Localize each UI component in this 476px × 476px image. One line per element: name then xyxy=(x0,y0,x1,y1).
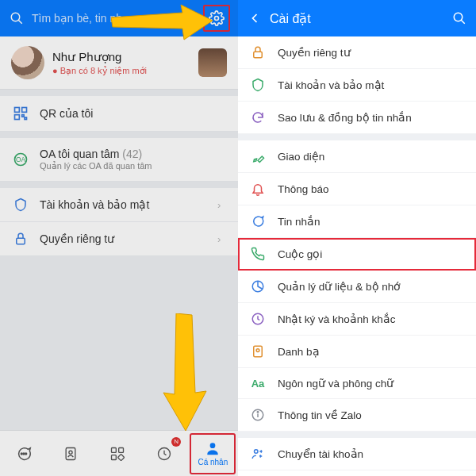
svg-rect-17 xyxy=(119,447,124,452)
nav-messages[interactable] xyxy=(2,434,45,474)
privacy-label: Quyền riêng tư xyxy=(40,232,208,245)
shield-icon xyxy=(11,198,30,212)
back-icon[interactable] xyxy=(246,10,263,27)
svg-rect-16 xyxy=(111,447,116,452)
settings-messages[interactable]: Tin nhắn xyxy=(238,205,476,238)
svg-rect-3 xyxy=(15,108,20,113)
settings-list: Quyền riêng tư Tài khoản và bảo mật Sao … xyxy=(238,36,476,476)
chevron-right-icon: › xyxy=(217,199,227,211)
svg-point-22 xyxy=(454,13,463,21)
profile-name: Như Phượng xyxy=(52,50,190,64)
switch-user-icon xyxy=(249,447,267,461)
phone-icon xyxy=(249,247,267,261)
nav-personal[interactable]: Cá nhân xyxy=(190,433,236,474)
account-security-row[interactable]: Tài khoản và bảo mật › xyxy=(0,182,238,222)
search-icon[interactable] xyxy=(8,10,25,27)
settings-notifications[interactable]: Thông báo xyxy=(238,173,476,205)
bell-icon xyxy=(249,182,267,196)
bottom-nav: N Cá nhân xyxy=(0,430,238,476)
svg-rect-24 xyxy=(254,52,263,58)
svg-point-0 xyxy=(11,13,20,21)
oa-icon: OA xyxy=(11,152,30,167)
nav-contacts[interactable] xyxy=(49,434,92,474)
search-icon[interactable] xyxy=(451,10,468,27)
brush-icon xyxy=(249,149,267,163)
svg-point-11 xyxy=(21,453,22,455)
svg-rect-7 xyxy=(25,117,27,120)
settings-privacy[interactable]: Quyền riêng tư xyxy=(238,36,476,69)
oa-row[interactable]: OA OA tôi quan tâm (42) Quản lý các OA đ… xyxy=(0,132,238,182)
sync-icon xyxy=(249,110,267,125)
settings-diary[interactable]: Nhật ký và khoảnh khắc xyxy=(238,303,476,336)
settings-backup[interactable]: Sao lưu & đồng bộ tin nhắn xyxy=(238,102,476,134)
svg-marker-35 xyxy=(163,313,206,431)
svg-rect-19 xyxy=(117,454,124,460)
settings-logout[interactable]: Đăng xuất xyxy=(238,470,476,476)
settings-switch-account[interactable]: Chuyển tài khoản xyxy=(238,432,476,470)
arrow-to-personal-tab xyxy=(159,313,214,432)
settings-theme[interactable]: Giao diện xyxy=(238,134,476,173)
qr-label: QR của tôi xyxy=(40,107,227,120)
svg-point-21 xyxy=(210,443,216,448)
account-security-label: Tài khoản và bảo mật xyxy=(40,198,208,211)
language-icon: Aa xyxy=(249,378,267,390)
settings-calls-highlight[interactable]: Cuộc gọi xyxy=(238,238,476,271)
chevron-right-icon: › xyxy=(217,233,227,245)
settings-about[interactable]: Thông tin về Zalo xyxy=(238,399,476,432)
svg-point-12 xyxy=(23,453,25,455)
svg-rect-4 xyxy=(22,108,27,113)
nav-personal-label: Cá nhân xyxy=(198,458,228,466)
svg-line-1 xyxy=(18,20,22,24)
svg-rect-18 xyxy=(111,455,116,459)
settings-title: Cài đặt xyxy=(270,11,451,26)
lock-icon xyxy=(249,45,267,60)
settings-contacts[interactable]: Danh bạ xyxy=(238,336,476,368)
nav-timeline[interactable]: N xyxy=(143,434,186,474)
svg-point-31 xyxy=(257,412,259,413)
settings-storage[interactable]: Quản lý dữ liệu & bộ nhớ xyxy=(238,271,476,303)
pie-icon xyxy=(249,279,267,294)
chat-icon xyxy=(249,214,267,228)
qr-icon xyxy=(11,106,30,121)
avatar xyxy=(11,46,44,79)
nav-explore[interactable] xyxy=(96,434,139,474)
right-header: Cài đặt xyxy=(238,0,476,36)
oa-label: OA tôi quan tâm (42) Quản lý các OA đã q… xyxy=(40,148,227,171)
settings-account-security[interactable]: Tài khoản và bảo mật xyxy=(238,69,476,102)
shield-icon xyxy=(249,78,267,92)
svg-point-2 xyxy=(215,17,219,21)
settings-language[interactable]: Aa Ngôn ngữ và phông chữ xyxy=(238,368,476,399)
profile-subtitle: Bạn có 8 kỷ niệm mới xyxy=(52,66,190,76)
arrow-to-gear xyxy=(111,3,214,43)
svg-point-13 xyxy=(25,453,26,455)
lock-icon xyxy=(11,232,30,246)
svg-rect-10 xyxy=(17,238,25,244)
svg-text:OA: OA xyxy=(16,155,25,163)
settings-screen: Cài đặt Quyền riêng tư Tài khoản và bảo … xyxy=(238,0,476,476)
svg-marker-34 xyxy=(111,5,213,40)
svg-line-23 xyxy=(461,20,465,24)
svg-rect-6 xyxy=(22,115,25,117)
clock-icon xyxy=(249,312,267,326)
qr-row[interactable]: QR của tôi xyxy=(0,90,238,132)
svg-point-15 xyxy=(69,451,72,454)
info-icon xyxy=(249,408,267,422)
svg-point-28 xyxy=(256,349,259,352)
timeline-badge: N xyxy=(171,437,181,447)
svg-point-32 xyxy=(255,450,259,454)
svg-rect-5 xyxy=(15,115,20,120)
avatar-thumb xyxy=(198,48,227,77)
privacy-row[interactable]: Quyền riêng tư › xyxy=(0,222,238,256)
address-book-icon xyxy=(249,344,267,359)
profile-text: Như Phượng Bạn có 8 kỷ niệm mới xyxy=(52,50,190,76)
profile-card[interactable]: Như Phượng Bạn có 8 kỷ niệm mới xyxy=(0,36,238,90)
